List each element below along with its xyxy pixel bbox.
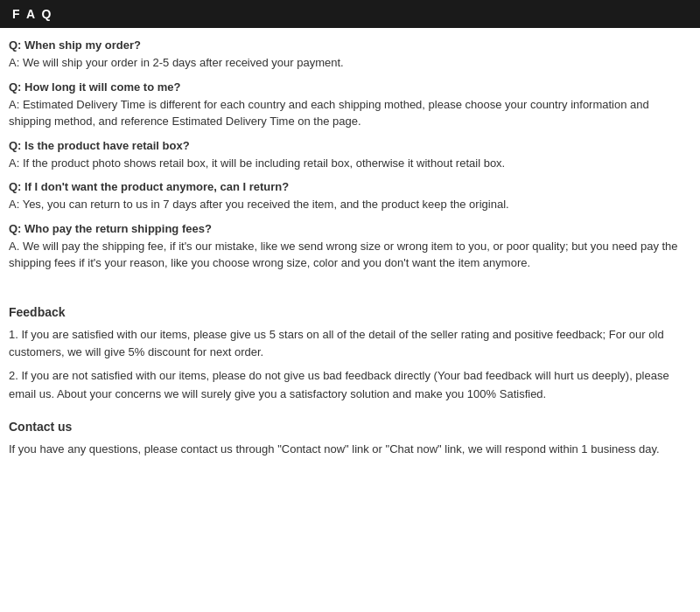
- faq-item-5: Q: Who pay the return shipping fees? A. …: [9, 222, 691, 272]
- contact-text: If you have any questions, please contac…: [9, 441, 691, 459]
- faq-question-3: Q: Is the product have retail box?: [9, 139, 691, 152]
- feedback-section: Feedback 1. If you are satisfied with ou…: [9, 305, 691, 404]
- feedback-point-1: 1. If you are satisfied with our items, …: [9, 326, 691, 363]
- faq-item-4: Q: If I don't want the product anymore, …: [9, 180, 691, 213]
- faq-answer-3: A: If the product photo shows retail box…: [9, 155, 691, 172]
- faq-answer-5: A. We will pay the shipping fee, if it's…: [9, 238, 691, 272]
- faq-answer-4: A: Yes, you can return to us in 7 days a…: [9, 196, 691, 213]
- feedback-title: Feedback: [9, 305, 691, 319]
- faq-item-3: Q: Is the product have retail box? A: If…: [9, 139, 691, 172]
- faq-answer-2: A: Estimated Delivery Time is different …: [9, 96, 691, 130]
- contact-title: Contact us: [9, 420, 691, 434]
- contact-section: Contact us If you have any questions, pl…: [9, 420, 691, 459]
- faq-question-2: Q: How long it will come to me?: [9, 80, 691, 94]
- faq-item-2: Q: How long it will come to me? A: Estim…: [9, 80, 691, 130]
- faq-question-4: Q: If I don't want the product anymore, …: [9, 180, 691, 193]
- faq-item-1: Q: When ship my order? A: We will ship y…: [9, 38, 691, 72]
- faq-question-1: Q: When ship my order?: [9, 38, 691, 52]
- faq-header-title: F A Q: [12, 7, 52, 21]
- faq-list: Q: When ship my order? A: We will ship y…: [9, 38, 691, 272]
- faq-header: F A Q: [0, 0, 700, 28]
- faq-question-5: Q: Who pay the return shipping fees?: [9, 222, 691, 235]
- faq-answer-1: A: We will ship your order in 2-5 days a…: [9, 54, 691, 72]
- feedback-point-2: 2. If you are not satisfied with our ite…: [9, 367, 691, 404]
